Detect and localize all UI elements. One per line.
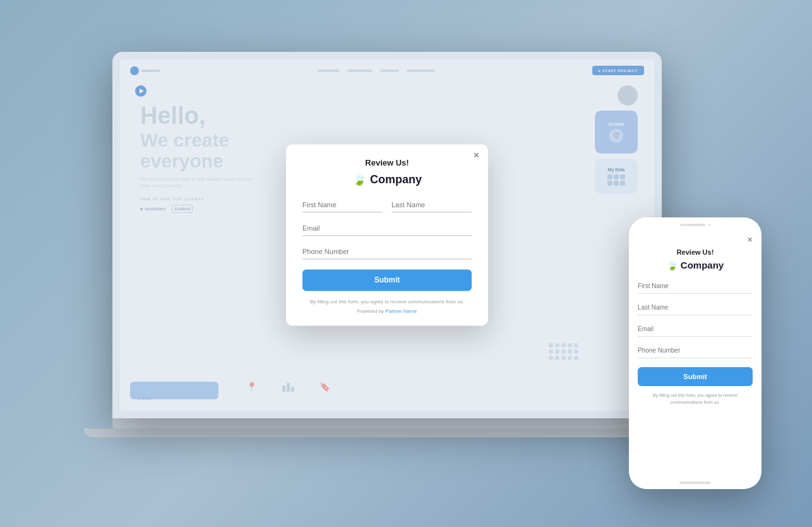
mobile-notch-bar [680,224,705,226]
name-fields-row [302,198,472,212]
submit-button[interactable]: Submit [302,269,472,291]
modal-title: Review Us! [302,158,472,167]
mobile-first-name-group [638,279,753,294]
email-field-group [302,221,472,236]
mobile-brand-name: Company [681,260,724,270]
brand-name: Company [370,173,422,186]
mobile-notch-dot [708,224,711,226]
brand-leaf-icon: 🍃 [352,173,366,186]
mobile-content: × Review Us! 🍃 Company [629,229,761,415]
mobile-home-indicator [679,482,711,484]
mobile-last-name-input[interactable] [638,304,753,311]
mobile-email-group [638,322,753,337]
mobile-phone-input[interactable] [638,347,753,354]
mobile-disclaimer: By filling out this form, you agree to r… [638,392,753,406]
disclaimer-text: By filling out this form, you agree to r… [302,298,472,305]
laptop-base [112,418,662,428]
review-modal: × Review Us! 🍃 Company [286,144,488,325]
modal-close-button[interactable]: × [474,150,479,161]
modal-brand: 🍃 Company [302,173,472,186]
mobile-modal-title: Review Us! [638,248,753,256]
mobile-notch [629,217,761,229]
modal-overlay: × Review Us! 🍃 Company [120,59,654,411]
partner-link[interactable]: Partner Name [385,309,417,315]
phone-input[interactable] [302,245,472,259]
mobile-brand: 🍃 Company [638,260,753,270]
last-name-input[interactable] [391,198,472,212]
mobile-close-button[interactable]: × [638,234,753,245]
email-input[interactable] [302,221,472,236]
laptop-screen: ▸ START PROJECT Hello, We create ev [120,59,654,411]
first-name-input[interactable] [302,198,383,212]
phone-field-group [302,245,472,259]
powered-by-section: Powered by Partner Name [302,309,472,315]
first-name-field-group [302,198,383,212]
last-name-field-group [391,198,472,212]
powered-by-label: Powered by [357,309,384,315]
laptop-body: ▸ START PROJECT Hello, We create ev [112,52,662,418]
mobile-device: × Review Us! 🍃 Company [629,217,761,489]
mobile-brand-leaf-icon: 🍃 [667,260,678,270]
mobile-email-input[interactable] [638,325,753,332]
mobile-first-name-input[interactable] [638,282,753,289]
mobile-phone-group [638,344,753,358]
mobile-submit-button[interactable]: Submit [638,367,753,386]
laptop-foot [84,428,690,437]
mobile-last-name-group [638,301,753,315]
